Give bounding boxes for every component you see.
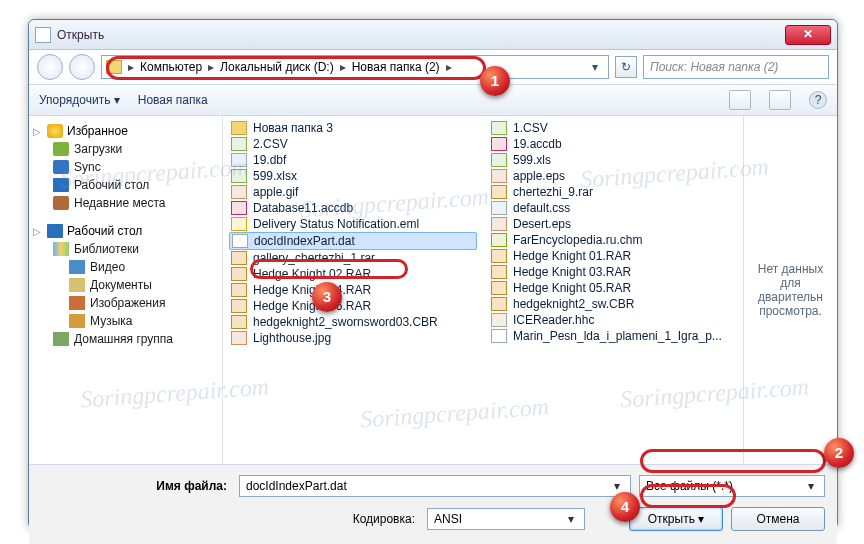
file-icon <box>491 201 507 215</box>
address-bar[interactable]: ▸ Компьютер ▸ Локальный диск (D:) ▸ Нова… <box>101 55 609 79</box>
chevron-down-icon[interactable]: ▾ <box>804 479 818 493</box>
sidebar-item-sync[interactable]: Sync <box>33 158 218 176</box>
file-row[interactable]: Hedge Knight 01.RAR <box>489 248 737 264</box>
file-name: Lighthouse.jpg <box>253 331 331 345</box>
file-row[interactable]: hedgeknight2_swornsword03.CBR <box>229 314 477 330</box>
file-row[interactable]: Новая папка 3 <box>229 120 477 136</box>
file-row[interactable]: Hedge Knight 05.RAR <box>489 280 737 296</box>
documents-icon <box>69 278 85 292</box>
file-name: 19.accdb <box>513 137 562 151</box>
view-menu[interactable] <box>729 90 751 110</box>
preview-toggle[interactable] <box>769 90 791 110</box>
newfolder-button[interactable]: Новая папка <box>138 93 208 107</box>
file-row[interactable]: gallery_chertezhi_1.rar <box>229 250 477 266</box>
nav-row: ▸ Компьютер ▸ Локальный диск (D:) ▸ Нова… <box>29 50 837 84</box>
file-row[interactable]: apple.gif <box>229 184 477 200</box>
file-row[interactable]: Hedge Knight 02.RAR <box>229 266 477 282</box>
chevron-down-icon: ▾ <box>114 93 120 107</box>
file-row[interactable]: Marin_Pesn_lda_i_plameni_1_Igra_p... <box>489 328 737 344</box>
file-name: Hedge Knight 01.RAR <box>513 249 631 263</box>
file-row[interactable]: 19.accdb <box>489 136 737 152</box>
bottom-panel: Имя файла: docIdIndexPart.dat▾ Все файлы… <box>29 464 837 544</box>
sidebar: ▷Избранное Загрузки Sync Рабочий стол Не… <box>29 116 223 464</box>
file-icon <box>231 299 247 313</box>
file-row[interactable]: Lighthouse.jpg <box>229 330 477 346</box>
sidebar-libraries[interactable]: Библиотеки <box>33 240 218 258</box>
file-icon <box>231 153 247 167</box>
file-icon <box>231 331 247 345</box>
file-icon <box>231 185 247 199</box>
sidebar-item-downloads[interactable]: Загрузки <box>33 140 218 158</box>
file-icon <box>491 313 507 327</box>
file-icon <box>491 137 507 151</box>
filename-input[interactable]: docIdIndexPart.dat▾ <box>239 475 631 497</box>
file-row[interactable]: 599.xls <box>489 152 737 168</box>
address-dropdown[interactable]: ▾ <box>586 60 604 74</box>
file-row[interactable]: Delivery Status Notification.eml <box>229 216 477 232</box>
images-icon <box>69 296 85 310</box>
organize-menu[interactable]: Упорядочить ▾ <box>39 93 120 107</box>
file-name: gallery_chertezhi_1.rar <box>253 251 375 265</box>
file-row[interactable]: 599.xlsx <box>229 168 477 184</box>
callout-3-badge: 3 <box>312 282 342 312</box>
sidebar-item-desktop[interactable]: Рабочий стол <box>33 176 218 194</box>
sidebar-item-music[interactable]: Музыка <box>33 312 218 330</box>
nav-forward-button[interactable] <box>69 54 95 80</box>
titlebar[interactable]: Открыть ✕ <box>29 20 837 50</box>
filetype-select[interactable]: Все файлы (*.*)▾ <box>639 475 825 497</box>
file-name: hedgeknight2_sw.CBR <box>513 297 634 311</box>
preview-pane: Нет данных для дварительн просмотра. <box>743 116 837 464</box>
encoding-select[interactable]: ANSI▾ <box>427 508 585 530</box>
file-name: Database11.accdb <box>253 201 353 215</box>
file-name: ICEReader.hhc <box>513 313 594 327</box>
file-icon <box>491 265 507 279</box>
sidebar-item-video[interactable]: Видео <box>33 258 218 276</box>
sidebar-item-recent[interactable]: Недавние места <box>33 194 218 212</box>
file-row[interactable]: Desert.eps <box>489 216 737 232</box>
sidebar-favorites[interactable]: ▷Избранное <box>33 122 218 140</box>
file-name: 599.xls <box>513 153 551 167</box>
sidebar-desktop-root[interactable]: ▷Рабочий стол <box>33 222 218 240</box>
file-name: Desert.eps <box>513 217 571 231</box>
file-row[interactable]: apple.eps <box>489 168 737 184</box>
breadcrumb[interactable]: Новая папка (2) <box>348 60 444 74</box>
file-column-right: 1.CSV19.accdb599.xlsapple.epschertezhi_9… <box>483 116 743 464</box>
file-row[interactable]: default.css <box>489 200 737 216</box>
sidebar-item-documents[interactable]: Документы <box>33 276 218 294</box>
cancel-button[interactable]: Отмена <box>731 507 825 531</box>
file-row[interactable]: Hedge Knight 04.RAR <box>229 282 477 298</box>
help-button[interactable]: ? <box>809 91 827 109</box>
file-row[interactable]: Hedge Knight 06.RAR <box>229 298 477 314</box>
sidebar-item-homegroup[interactable]: Домашняя группа <box>33 330 218 348</box>
file-row[interactable]: Hedge Knight 03.RAR <box>489 264 737 280</box>
breadcrumb[interactable]: Компьютер <box>136 60 206 74</box>
refresh-button[interactable]: ↻ <box>615 56 637 78</box>
file-row[interactable]: docIdIndexPart.dat <box>229 232 477 250</box>
file-row[interactable]: ICEReader.hhc <box>489 312 737 328</box>
open-button[interactable]: Открыть ▾ <box>629 507 723 531</box>
chevron-down-icon[interactable]: ▾ <box>610 479 624 493</box>
file-row[interactable]: 2.CSV <box>229 136 477 152</box>
nav-back-button[interactable] <box>37 54 63 80</box>
file-icon <box>491 329 507 343</box>
file-name: default.css <box>513 201 570 215</box>
file-row[interactable]: hedgeknight2_sw.CBR <box>489 296 737 312</box>
chevron-right-icon: ▸ <box>444 60 454 74</box>
search-input[interactable]: Поиск: Новая папка (2) <box>643 55 829 79</box>
file-icon <box>231 283 247 297</box>
breadcrumb[interactable]: Локальный диск (D:) <box>216 60 338 74</box>
encoding-label: Кодировка: <box>41 512 419 526</box>
file-icon <box>231 169 247 183</box>
close-button[interactable]: ✕ <box>785 25 831 45</box>
file-row[interactable]: chertezhi_9.rar <box>489 184 737 200</box>
file-row[interactable]: 1.CSV <box>489 120 737 136</box>
file-name: 2.CSV <box>253 137 288 151</box>
sidebar-item-images[interactable]: Изображения <box>33 294 218 312</box>
file-icon <box>231 201 247 215</box>
file-row[interactable]: Database11.accdb <box>229 200 477 216</box>
file-row[interactable]: 19.dbf <box>229 152 477 168</box>
file-name: Hedge Knight 05.RAR <box>513 281 631 295</box>
chevron-down-icon[interactable]: ▾ <box>564 512 578 526</box>
file-icon <box>491 249 507 263</box>
file-row[interactable]: FarEncyclopedia.ru.chm <box>489 232 737 248</box>
